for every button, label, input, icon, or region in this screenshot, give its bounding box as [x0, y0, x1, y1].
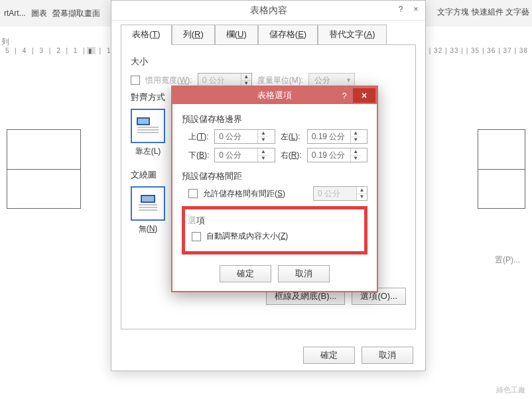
spinner-down-icon[interactable]: ▼ [351, 137, 361, 144]
bg-doc-table [7, 129, 81, 209]
svg-rect-6 [142, 196, 154, 201]
tab-alttext[interactable]: 替代文字(A) [318, 25, 386, 45]
dialog-title: 表格內容 [250, 5, 287, 17]
cell-spacing-checkbox[interactable] [188, 189, 198, 198]
margin-right-input[interactable]: ▲▼ [307, 148, 367, 162]
margin-left-input[interactable]: ▲▼ [307, 129, 367, 144]
spinner-up-icon[interactable]: ▲ [258, 148, 268, 156]
margin-left-label: 左(L): [281, 131, 302, 142]
help-icon[interactable]: ? [336, 88, 353, 103]
spinner-up-icon[interactable]: ▲ [258, 130, 268, 137]
tab-cell[interactable]: 儲存格(E) [258, 25, 318, 45]
align-left-option[interactable] [131, 109, 165, 143]
wrap-none-label: 無(N) [131, 223, 165, 235]
partial-position-btn: 置(P)... [495, 255, 520, 266]
ok-button[interactable]: 確定 [303, 347, 355, 364]
close-icon[interactable]: × [353, 88, 375, 103]
spinner-up-icon[interactable]: ▲ [351, 148, 361, 156]
spacing-section-title: 預設儲存格間距 [182, 170, 367, 182]
cell-spacing-input[interactable]: ▲▼ [313, 186, 367, 201]
svg-rect-1 [138, 119, 149, 124]
spinner-up-icon[interactable]: ▲ [241, 74, 251, 81]
margin-top-input[interactable]: ▲▼ [214, 129, 275, 144]
spinner-up-icon[interactable]: ▲ [351, 130, 361, 137]
options-title: 表格選項 [257, 89, 292, 101]
margin-bottom-input[interactable]: ▲▼ [214, 148, 275, 162]
help-icon[interactable]: ? [394, 3, 407, 15]
dialog-titlebar[interactable]: 表格內容 ? × [111, 1, 425, 21]
autofit-checkbox[interactable] [192, 232, 201, 241]
tab-table[interactable]: 表格(T) [121, 25, 172, 45]
spinner-down-icon[interactable]: ▼ [258, 156, 268, 162]
unit-label: 度量單位(M): [257, 75, 303, 86]
chevron-down-icon: ▼ [346, 77, 352, 84]
watermark: 綠色工廠 [496, 385, 525, 395]
ribbon-right: 文字方塊 快速組件 文字藝 [437, 7, 529, 18]
align-left-icon [136, 114, 160, 138]
ribbon-item[interactable]: rtArt... [4, 9, 26, 18]
spinner-down-icon[interactable]: ▼ [357, 194, 367, 201]
dialog-tabs: 表格(T) 列(R) 欄(U) 儲存格(E) 替代文字(A) [111, 21, 425, 44]
options-cancel-button[interactable]: 取消 [278, 265, 330, 282]
options-ok-button[interactable]: 確定 [220, 265, 271, 282]
tab-row[interactable]: 列(R) [172, 25, 215, 45]
side-label: 列 [1, 36, 9, 48]
ribbon-item[interactable]: 圖表 [31, 8, 47, 19]
preferred-width-label: 慣用寬度(W): [145, 75, 192, 86]
table-options-dialog: 表格選項 ? × 預設儲存格邊界 上(T): ▲▼ 左(L): ▲▼ 下(B):… [171, 86, 378, 292]
spinner-down-icon[interactable]: ▼ [351, 156, 361, 162]
preferred-width-checkbox[interactable] [131, 76, 140, 85]
spinner-down-icon[interactable]: ▼ [258, 137, 268, 144]
wrap-none-option[interactable] [131, 186, 165, 221]
bg-doc-table-right [478, 129, 525, 209]
wrap-none-icon [136, 192, 160, 215]
spinner-up-icon[interactable]: ▲ [357, 187, 367, 194]
size-section-title: 大小 [131, 56, 406, 68]
align-left-label: 靠左(L) [131, 146, 165, 157]
close-icon[interactable]: × [409, 3, 423, 15]
autofit-label: 自動調整成內容大小(Z) [206, 231, 288, 242]
tab-column[interactable]: 欄(U) [215, 25, 258, 45]
cell-spacing-label: 允許儲存格間有間距(S) [203, 188, 285, 200]
highlight-annotation: 選項 自動調整成內容大小(Z) [182, 206, 367, 255]
margins-section-title: 預設儲存格邊界 [182, 113, 367, 125]
margin-right-label: 右(R): [281, 150, 302, 161]
cancel-button[interactable]: 取消 [362, 347, 413, 364]
options-titlebar[interactable]: 表格選項 ? × [172, 87, 377, 104]
margin-top-label: 上(T): [188, 131, 209, 142]
margin-bottom-label: 下(B): [188, 150, 209, 161]
options-section-title: 選項 [188, 215, 360, 227]
ribbon-item[interactable]: 螢幕擷取畫面 [52, 8, 100, 19]
